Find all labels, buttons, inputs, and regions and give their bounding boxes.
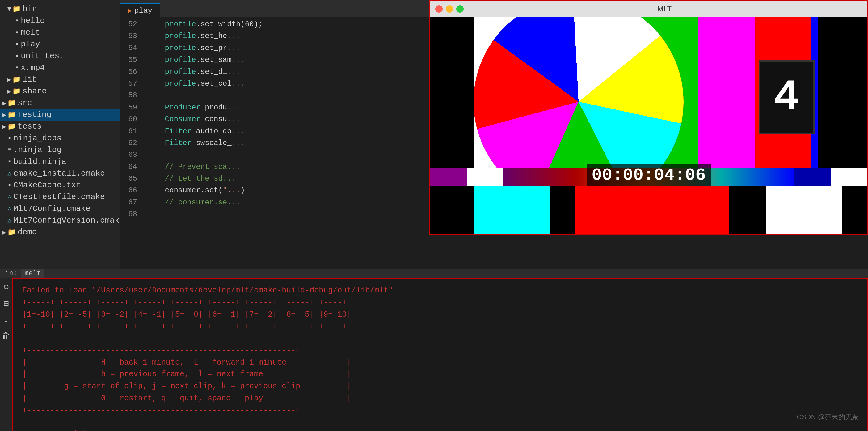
file-icon-ninja-log: ≡ (7, 146, 11, 154)
terminal-line-4: +-----+ +-----+ +-----+ +-----+ +-----+ … (22, 321, 858, 333)
sidebar-label-mlt7config: Mlt7Config.cmake (13, 204, 91, 213)
line-numbers: 52 53 54 55 56 57 58 59 60 61 62 63 64 6… (121, 17, 142, 269)
terminal-area: ⊕ ⊞ ↓ 🗑 Failed to load "/Users/user/Docu… (0, 278, 868, 431)
expand-arrow-tests: ▶ (2, 123, 6, 131)
line-num: 65 (121, 173, 137, 184)
line-num: 64 (121, 161, 137, 173)
close-button[interactable] (435, 5, 443, 13)
sidebar-label-demo: demo (18, 228, 37, 237)
sidebar-item-melt[interactable]: ▪ melt (0, 27, 121, 38)
line-num: 68 (121, 208, 137, 220)
stripe-white2 (831, 168, 867, 186)
mlt-video-area: 4 00:00:04:06 (430, 17, 867, 234)
sidebar-item-mlt7config[interactable]: △ Mlt7Config.cmake (0, 203, 121, 214)
mlt-window-title: MLT (467, 5, 862, 13)
line-num: 67 (121, 197, 137, 208)
terminal-line-1: Failed to load "/Users/user/Documents/de… (22, 285, 858, 297)
sidebar-label-cmakecache: CMakeCache.txt (13, 180, 81, 190)
folder-icon-src: 📁 (7, 99, 16, 107)
vb-black2 (551, 186, 575, 234)
terminal-line-13: Current Position: 104 (22, 429, 858, 431)
stripe-darkblue (794, 168, 831, 186)
file-icon-hello: ▪ (15, 17, 19, 25)
line-num: 60 (121, 113, 137, 125)
vb-cyan (473, 186, 551, 234)
sidebar-label-src: src (18, 98, 32, 108)
sidebar-item-ninja-deps[interactable]: ▪ ninja_deps (0, 132, 121, 144)
file-icon-mlt7configversion: △ (7, 217, 11, 225)
sidebar-label-testing: Testing (18, 110, 51, 119)
line-num: 63 (121, 149, 137, 161)
sidebar-item-hello[interactable]: ▪ hello (0, 15, 121, 27)
file-icon-cmake-install: △ (7, 169, 11, 178)
folder-icon-testing: 📁 (7, 111, 16, 119)
terminal-line-5 (22, 333, 858, 345)
terminal-panel[interactable]: Failed to load "/Users/user/Documents/de… (12, 278, 868, 431)
sidebar-item-mlt7configversion[interactable]: △ Mlt7ConfigVersion.cmake (0, 214, 121, 226)
editor-tab-play[interactable]: ▶ play (121, 3, 160, 17)
sidebar-label-bin: bin (23, 4, 37, 13)
line-num: 59 (121, 102, 137, 113)
tab-file-icon: ▶ (128, 6, 132, 15)
folder-icon-bin: 📁 (12, 5, 21, 13)
terminal-line-6: +---------------------------------------… (22, 345, 858, 357)
maximize-button[interactable] (456, 5, 464, 13)
folder-icon-tests: 📁 (7, 122, 16, 131)
editor-area: ▶ play 52 53 54 55 56 57 58 59 60 61 62 … (121, 0, 868, 269)
file-icon-build-ninja: ▪ (7, 158, 11, 166)
file-icon-ninja-deps: ▪ (7, 135, 11, 142)
sidebar-item-tests[interactable]: ▶ 📁 tests (0, 121, 121, 132)
sidebar-label-unit-test: unit_test (21, 51, 64, 61)
line-num: 66 (121, 184, 137, 196)
terminal-icon-1[interactable]: ⊕ (4, 282, 9, 292)
terminal-icon-3[interactable]: ↓ (4, 315, 9, 325)
sidebar-item-cmake-install[interactable]: △ cmake_install.cmake (0, 168, 121, 179)
status-branch-label: in: (5, 269, 17, 277)
line-num: 61 (121, 125, 137, 137)
sidebar-item-build-ninja[interactable]: ▪ build.ninja (0, 156, 121, 168)
sidebar-item-testing[interactable]: ▶ 📁 Testing (0, 109, 121, 121)
minimize-button[interactable] (446, 5, 453, 13)
line-num: 62 (121, 137, 137, 149)
stripe-purple (430, 168, 467, 186)
terminal-line-9: | g = start of clip, j = next clip, k = … (22, 381, 858, 393)
counter-digit: 4 (774, 73, 800, 122)
video-bottom (430, 186, 867, 234)
vb-white (766, 186, 843, 234)
counter-display: 4 (759, 60, 814, 135)
sidebar-item-xmp4[interactable]: ▪ x.mp4 (0, 62, 121, 74)
sidebar-label-cmake-install: cmake_install.cmake (13, 169, 105, 178)
expand-arrow-bin: ▼ (7, 6, 11, 13)
sidebar-label-tests: tests (18, 122, 42, 131)
terminal-line-3: |1=-10| |2= -5| |3= -2| |4= -1| |5= 0| |… (22, 309, 858, 321)
expand-arrow-share: ▶ (7, 87, 11, 95)
terminal-line-10: | 0 = restart, q = quit, space = play | (22, 393, 858, 405)
sidebar-item-src[interactable]: ▶ 📁 src (0, 97, 121, 109)
status-file-label: melt (21, 269, 45, 278)
sidebar-item-bin[interactable]: ▼ 📁 bin (0, 3, 121, 15)
sidebar-item-unit-test[interactable]: ▪ unit_test (0, 50, 121, 62)
vb-red (575, 186, 729, 234)
terminal-line-8: | h = previous frame, l = next frame | (22, 369, 858, 381)
sidebar-item-demo[interactable]: ▶ 📁 demo (0, 226, 121, 238)
terminal-icon-4[interactable]: 🗑 (2, 331, 10, 341)
expand-arrow-demo: ▶ (2, 229, 6, 236)
sidebar-item-cmakecache[interactable]: ▪ CMakeCache.txt (0, 179, 121, 191)
sidebar-item-play[interactable]: ▪ play (0, 38, 121, 50)
sidebar-item-share[interactable]: ▶ 📁 share (0, 85, 121, 97)
sidebar-label-ctesttestfile: CTestTestfile.cmake (13, 192, 105, 202)
sidebar-item-ninja-log[interactable]: ≡ .ninja_log (0, 144, 121, 156)
terminal-line-12 (22, 416, 858, 429)
line-num: 55 (121, 54, 137, 66)
file-icon-mlt7config: △ (7, 205, 11, 213)
sidebar-label-lib: lib (23, 75, 37, 84)
terminal-icon-2[interactable]: ⊞ (4, 298, 9, 309)
vb-black4 (842, 186, 867, 234)
sidebar-label-share: share (23, 87, 46, 96)
sidebar-item-lib[interactable]: ▶ 📁 lib (0, 74, 121, 85)
vb-black1 (430, 186, 473, 234)
file-explorer-sidebar: ▼ 📁 bin ▪ hello ▪ melt ▪ play ▪ unit_tes… (0, 0, 121, 269)
sidebar-item-ctesttestfile[interactable]: △ CTestTestfile.cmake (0, 191, 121, 203)
top-area: ▼ 📁 bin ▪ hello ▪ melt ▪ play ▪ unit_tes… (0, 0, 868, 269)
sidebar-label-mlt7configversion: Mlt7ConfigVersion.cmake (13, 216, 121, 225)
